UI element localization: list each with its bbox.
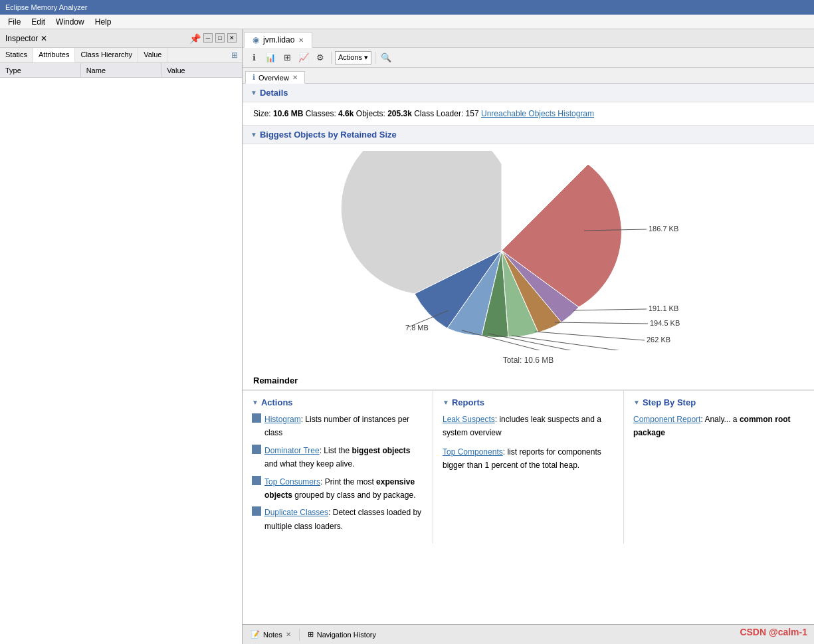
dominator-link[interactable]: Dominator Tree	[264, 446, 320, 455]
close-button[interactable]: ✕	[227, 33, 237, 43]
overview-tab-close[interactable]: ✕	[292, 74, 298, 81]
leak-suspects-link[interactable]: Leak Suspects	[443, 415, 495, 424]
biggest-objects-section: ▼ Biggest Objects by Retained Size	[243, 126, 814, 390]
three-col-section: ▼ Actions Histogram: Lists number of ins…	[243, 390, 814, 544]
details-title: Details	[260, 88, 288, 98]
stepbystep-arrow-icon: ▼	[633, 399, 640, 406]
actions-content: Histogram: Lists number of instances per…	[252, 413, 423, 533]
notes-close-icon[interactable]: ✕	[286, 631, 291, 638]
tab-close-button[interactable]: ✕	[298, 37, 304, 44]
menu-file[interactable]: File	[3, 16, 26, 28]
inspector-pin-button[interactable]: ⊞	[227, 48, 242, 62]
toolbar-settings-button[interactable]: ⚙	[313, 51, 328, 65]
overview-tab[interactable]: ℹ Overview ✕	[245, 71, 305, 84]
stepbystep-section: ▼ Step By Step Component Report: Analy..…	[624, 391, 814, 544]
toolbar-separator-2	[375, 52, 375, 64]
histogram-icon	[252, 413, 261, 423]
classes-label: Classes:	[306, 109, 336, 118]
toolbar-chart-button[interactable]: 📈	[296, 51, 311, 65]
menu-edit[interactable]: Edit	[26, 16, 51, 28]
maximize-button[interactable]: □	[215, 33, 225, 43]
menu-window[interactable]: Window	[51, 16, 90, 28]
dominator-desc1: : List the	[320, 446, 352, 455]
details-header[interactable]: ▼ Details	[243, 84, 814, 102]
reports-arrow-icon: ▼	[443, 399, 449, 406]
tab-class-hierarchy[interactable]: Class Hierarchy	[75, 48, 138, 62]
consumers-link[interactable]: Top Consumers	[264, 477, 320, 486]
menu-help[interactable]: Help	[90, 16, 117, 28]
dominator-text: Dominator Tree: List the biggest objects…	[264, 444, 423, 471]
reports-section: ▼ Reports Leak Suspects: includes leak s…	[433, 391, 624, 544]
label-text-4: 262 KB	[647, 336, 670, 344]
biggest-objects-header[interactable]: ▼ Biggest Objects by Retained Size	[243, 126, 814, 144]
top-components-link[interactable]: Top Components	[443, 447, 503, 457]
pie-chart: 7.8 MB 879 KB 650.2 KB	[302, 151, 754, 350]
duplicate-link[interactable]: Duplicate Classes	[264, 508, 328, 517]
details-arrow-icon: ▼	[251, 89, 257, 96]
consumers-text: Top Consumers: Print the most expensive …	[264, 475, 423, 502]
label-text-3: 487.2 KB	[643, 349, 673, 350]
inner-tab-bar: ℹ Overview ✕	[243, 68, 814, 84]
dominator-desc2: and what they keep alive.	[264, 459, 354, 469]
chart-total: Total: 10.6 MB	[253, 356, 803, 365]
tab-label: jvm.lidao	[263, 35, 294, 45]
reports-title-bar: ▼ Reports	[443, 397, 614, 407]
notes-tab[interactable]: 📝 Notes ✕	[243, 627, 299, 641]
leak-suspects-row: Leak Suspects: includes leak suspects an…	[443, 413, 614, 440]
histogram-link[interactable]: Histogram	[264, 415, 301, 424]
notes-label: Notes	[263, 631, 282, 639]
main-tab[interactable]: ◉ jvm.lidao ✕	[244, 32, 312, 48]
toolbar-table-button[interactable]: ⊞	[280, 51, 294, 65]
notes-icon: 📝	[251, 630, 260, 639]
classloader-value: 157	[466, 109, 479, 118]
label-line-4	[535, 332, 645, 340]
duplicate-row: Duplicate Classes: Detect classes loaded…	[252, 506, 423, 533]
stepbystep-title: Step By Step	[643, 397, 696, 407]
unreachable-link[interactable]: Unreachable Objects Histogram	[481, 109, 594, 118]
classes-value: 4.6k	[338, 109, 354, 118]
bottom-panel: 📝 Notes ✕ ⊞ Navigation History	[243, 624, 814, 644]
main-layout: Inspector ✕ 📌 ─ □ ✕ Statics Attributes C…	[0, 29, 814, 644]
tab-value[interactable]: Value	[138, 48, 167, 62]
inspector-tabs: Statics Attributes Class Hierarchy Value…	[0, 48, 242, 63]
consumers-desc2: grouped by class and by package.	[292, 490, 415, 500]
histogram-text: Histogram: Lists number of instances per…	[264, 413, 423, 440]
classloader-label: Class Loader:	[414, 109, 463, 118]
toolbar-actions-dropdown[interactable]: Actions ▾	[335, 51, 371, 64]
dominator-row: Dominator Tree: List the biggest objects…	[252, 444, 423, 471]
component-report-link[interactable]: Component Report	[633, 415, 700, 424]
overview-tab-icon: ℹ	[253, 73, 255, 82]
top-components-row: Top Components: list reports for compone…	[443, 445, 614, 473]
details-section: ▼ Details Size: 10.6 MB Classes: 4.6k Ob…	[243, 84, 814, 126]
inspector-pin-icon[interactable]: 📌	[189, 33, 201, 44]
toolbar-info-button[interactable]: ℹ	[247, 51, 261, 65]
overview-tab-label: Overview	[258, 74, 289, 82]
label-line-5	[555, 322, 648, 324]
pie-chart-container: 7.8 MB 879 KB 650.2 KB	[253, 151, 803, 350]
tab-attributes[interactable]: Attributes	[33, 48, 75, 62]
actions-title-bar: ▼ Actions	[252, 397, 423, 407]
minimize-button[interactable]: ─	[203, 33, 213, 43]
duplicate-text: Duplicate Classes: Detect classes loaded…	[264, 506, 423, 533]
dominator-bold: biggest objects	[352, 446, 410, 455]
watermark: CSDN @calm-1	[740, 627, 807, 637]
actions-section: ▼ Actions Histogram: Lists number of ins…	[243, 391, 433, 544]
actions-title: Actions	[261, 397, 293, 407]
consumers-icon	[252, 476, 261, 485]
actions-label: Actions ▾	[338, 53, 368, 62]
toolbar-search-button[interactable]: 🔍	[379, 51, 393, 65]
inspector-panel: Inspector ✕ 📌 ─ □ ✕ Statics Attributes C…	[0, 29, 243, 644]
label-text-7: 186.7 KB	[649, 225, 678, 233]
component-report-row: Component Report: Analy... a common root…	[633, 413, 805, 440]
navigation-tab[interactable]: ⊞ Navigation History	[300, 627, 384, 641]
toolbar-histogram-button[interactable]: 📊	[263, 51, 278, 65]
histogram-row: Histogram: Lists number of instances per…	[252, 413, 423, 440]
objects-value: 205.3k	[387, 109, 412, 118]
title-bar: Eclipse Memory Analyzer	[0, 0, 814, 15]
inspector-header: Inspector ✕ 📌 ─ □ ✕	[0, 29, 242, 48]
menu-bar: File Edit Window Help	[0, 15, 814, 29]
tab-statics[interactable]: Statics	[0, 48, 33, 62]
size-label: Size:	[253, 109, 271, 118]
inspector-title: Inspector ✕	[5, 34, 47, 43]
table-body	[0, 78, 242, 644]
